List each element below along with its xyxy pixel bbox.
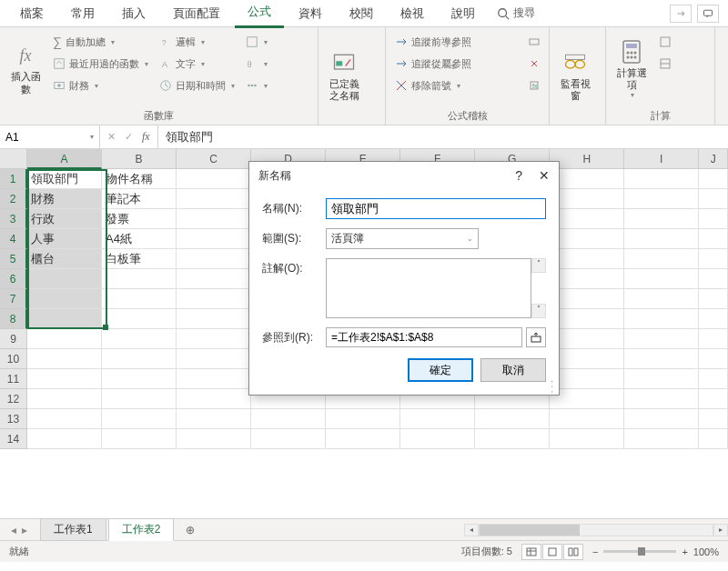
- scroll-right-icon[interactable]: ▸: [713, 524, 728, 536]
- name-box-input[interactable]: [5, 131, 78, 144]
- name-box-dropdown-icon[interactable]: ▾: [90, 133, 94, 141]
- more-functions-button[interactable]: ▾: [242, 75, 271, 96]
- row-header[interactable]: 14: [0, 429, 27, 449]
- row-header[interactable]: 8: [0, 309, 27, 329]
- cell[interactable]: [699, 229, 728, 249]
- calc-now-button[interactable]: [655, 31, 675, 53]
- cell[interactable]: [624, 289, 699, 309]
- sheet-tab-2[interactable]: 工作表2: [108, 518, 175, 541]
- cell[interactable]: [102, 369, 177, 389]
- view-page-layout-button[interactable]: [542, 544, 562, 560]
- cell[interactable]: [177, 349, 251, 369]
- add-sheet-button[interactable]: ⊕: [181, 521, 199, 539]
- cell[interactable]: [550, 409, 624, 429]
- fx-icon[interactable]: fx: [142, 130, 150, 144]
- cell[interactable]: [624, 369, 699, 389]
- sheet-nav-prev-icon[interactable]: ◂: [11, 524, 16, 536]
- cell[interactable]: [177, 429, 251, 449]
- cell[interactable]: [550, 269, 624, 289]
- cell[interactable]: [177, 269, 251, 289]
- cancel-icon[interactable]: ✕: [107, 131, 116, 143]
- cell[interactable]: [624, 229, 699, 249]
- scroll-thumb[interactable]: [480, 525, 580, 536]
- cell[interactable]: [550, 349, 624, 369]
- autosum-button[interactable]: ∑自動加總▾: [49, 31, 152, 53]
- col-header-I[interactable]: I: [624, 149, 699, 169]
- cell[interactable]: 櫃台: [27, 249, 102, 269]
- cell[interactable]: [624, 349, 699, 369]
- tab-file[interactable]: 檔案: [7, 0, 56, 27]
- calc-sheet-button[interactable]: [655, 53, 675, 75]
- cell[interactable]: [475, 429, 550, 449]
- col-header-A[interactable]: A: [27, 149, 102, 169]
- tab-data[interactable]: 資料: [286, 0, 335, 27]
- select-all-corner[interactable]: [0, 149, 27, 169]
- cell[interactable]: 物件名稱: [102, 169, 177, 189]
- sheet-nav-next-icon[interactable]: ▸: [22, 524, 27, 536]
- cell[interactable]: [550, 389, 624, 409]
- tab-help[interactable]: 說明: [439, 0, 488, 27]
- row-header[interactable]: 6: [0, 269, 27, 289]
- row-header[interactable]: 5: [0, 249, 27, 269]
- share-button[interactable]: [670, 5, 692, 23]
- cell[interactable]: 發票: [102, 209, 177, 229]
- cell[interactable]: [177, 369, 251, 389]
- formula-input[interactable]: 領取部門: [158, 125, 728, 148]
- logical-button[interactable]: ?邏輯▾: [156, 31, 238, 53]
- cell[interactable]: [550, 309, 624, 329]
- tab-page-layout[interactable]: 頁面配置: [160, 0, 233, 27]
- cell[interactable]: [102, 389, 177, 409]
- cell[interactable]: [475, 409, 550, 429]
- cell[interactable]: [699, 369, 728, 389]
- row-header[interactable]: 9: [0, 329, 27, 349]
- cell[interactable]: [699, 349, 728, 369]
- row-header[interactable]: 2: [0, 189, 27, 209]
- scroll-down-icon[interactable]: ˅: [531, 304, 546, 318]
- tab-formulas[interactable]: 公式: [235, 0, 284, 28]
- cell[interactable]: [699, 429, 728, 449]
- cell[interactable]: [27, 429, 102, 449]
- cell[interactable]: [699, 249, 728, 269]
- lookup-button[interactable]: ▾: [242, 31, 271, 53]
- cell[interactable]: 白板筆: [102, 249, 177, 269]
- remove-arrows-button[interactable]: 移除箭號▾fx: [391, 75, 543, 96]
- cell[interactable]: 行政: [27, 209, 102, 229]
- cell[interactable]: [550, 229, 624, 249]
- col-header-H[interactable]: H: [550, 149, 624, 169]
- cell[interactable]: [400, 429, 475, 449]
- scroll-up-icon[interactable]: ˄: [531, 258, 546, 273]
- cell[interactable]: [177, 329, 251, 349]
- cell[interactable]: [102, 269, 177, 289]
- cell[interactable]: [102, 329, 177, 349]
- cell[interactable]: [550, 429, 624, 449]
- col-header-B[interactable]: B: [102, 149, 177, 169]
- name-manager-button[interactable]: 已定義之名稱: [324, 31, 364, 121]
- cell[interactable]: [699, 169, 728, 189]
- horizontal-scrollbar[interactable]: ◂ ▸: [464, 523, 728, 537]
- cell[interactable]: [177, 209, 251, 229]
- cell[interactable]: [699, 329, 728, 349]
- trace-precedents-button[interactable]: 追蹤前導參照: [391, 31, 543, 53]
- cell[interactable]: 財務: [27, 189, 102, 209]
- sheet-tab-1[interactable]: 工作表1: [40, 518, 106, 541]
- row-header[interactable]: 4: [0, 229, 27, 249]
- dialog-titlebar[interactable]: 新名稱 ? ✕: [249, 162, 559, 189]
- cell[interactable]: [27, 369, 102, 389]
- cell[interactable]: [177, 249, 251, 269]
- cell[interactable]: [177, 229, 251, 249]
- dialog-help-button[interactable]: ?: [515, 168, 522, 183]
- row-header[interactable]: 3: [0, 209, 27, 229]
- zoom-out-button[interactable]: −: [592, 546, 598, 557]
- row-header[interactable]: 11: [0, 369, 27, 389]
- view-page-break-button[interactable]: [563, 544, 583, 560]
- zoom-slider[interactable]: [603, 550, 676, 553]
- cell[interactable]: [102, 349, 177, 369]
- dialog-close-button[interactable]: ✕: [539, 168, 550, 183]
- cell[interactable]: [177, 409, 251, 429]
- cell[interactable]: [177, 169, 251, 189]
- cell[interactable]: [624, 209, 699, 229]
- cell[interactable]: [550, 209, 624, 229]
- cell[interactable]: [102, 289, 177, 309]
- calc-options-button[interactable]: 計算選項 ▾: [612, 31, 652, 107]
- cell[interactable]: [326, 409, 400, 429]
